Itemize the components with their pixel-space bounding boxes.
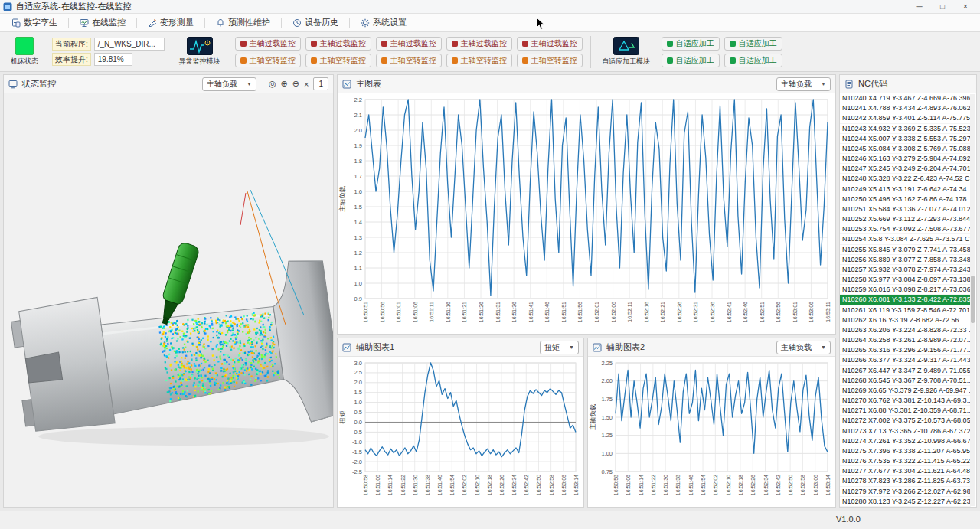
nc-code-line[interactable]: N10251 X5.584 Y-3.136 Z-7.077 A-74.012 — [840, 204, 971, 214]
svg-text:16:52:18: 16:52:18 — [487, 475, 492, 495]
nc-code-line-active[interactable]: N10260 X6.081 Y-3.133 Z-8.422 A-72.835 — [840, 295, 971, 305]
nc-code-line[interactable]: N10247 X5.245 Y-3.249 Z-6.204 A-74.701 — [840, 164, 971, 174]
svg-text:16:52:26: 16:52:26 — [677, 302, 682, 322]
nc-code-line[interactable]: N10262 X6.16 Y-3.19 Z-8.682 A-72.56... — [840, 315, 971, 325]
main-chart-signal-dropdown[interactable]: 主轴负载 ▼ — [776, 77, 831, 91]
svg-text:16:51:30: 16:51:30 — [663, 475, 668, 495]
spindle-overload-monitor-button[interactable]: 主轴过载监控 — [517, 37, 583, 51]
nc-code-line[interactable]: N10259 X6.016 Y-3.098 Z-8.217 A-73.036 — [840, 285, 971, 295]
nc-code-line[interactable]: N10254 X5.8 Y-3.084 Z-7.625 A-73.571 C..… — [840, 234, 971, 244]
efficiency-label: 效率提升: — [52, 53, 91, 66]
window-title: 自适应系统-在线监控-在线监控 — [16, 1, 131, 12]
spindle-overload-monitor-button[interactable]: 主轴过载监控 — [305, 37, 371, 51]
minimize-button[interactable]: ─ — [908, 0, 931, 13]
spindle-idle-monitor-button[interactable]: 主轴空转监控 — [235, 54, 301, 67]
svg-text:-0.5: -0.5 — [352, 429, 362, 436]
nc-code-line[interactable]: N10273 X7.13 Y-3.365 Z-10.786 A-67.372 — [840, 426, 971, 436]
svg-text:16:51:46: 16:51:46 — [437, 475, 443, 495]
nc-code-line[interactable]: N10276 X7.535 Y-3.322 Z-11.415 A-65.22..… — [840, 456, 971, 466]
menu-item-label: 预测性维护 — [228, 17, 270, 28]
svg-text:0.0: 0.0 — [354, 419, 362, 426]
nc-scrollbar-thumb[interactable] — [971, 276, 975, 323]
control-panel: 机床状态 当前程序: /_N_WKS_DIR... 效率提升: 19.81% 异… — [0, 32, 980, 72]
spindle-idle-monitor-button[interactable]: 主轴空转监控 — [376, 54, 442, 67]
nc-code-line[interactable]: N10278 X7.823 Y-3.286 Z-11.825 A-63.73..… — [840, 476, 971, 486]
nc-code-line[interactable]: N10252 X5.669 Y-3.112 Z-7.293 A-73.844 — [840, 214, 971, 224]
svg-text:16:51:06: 16:51:06 — [413, 302, 418, 322]
spindle-idle-monitor-button-label: 主轴空转监控 — [250, 55, 296, 66]
spindle-idle-monitor-button[interactable]: 主轴空转监控 — [446, 54, 512, 67]
nc-code-line[interactable]: N10280 X8.123 Y-3.245 Z-12.227 A-62.23..… — [840, 497, 971, 507]
spindle-idle-monitor-button[interactable]: 主轴空转监控 — [517, 54, 583, 67]
menu-item-predictive-maintenance[interactable]: 预测性维护 — [209, 15, 277, 30]
aux-chart1-signal-dropdown[interactable]: 扭矩 ▼ — [540, 341, 579, 354]
menu-item-online-monitor[interactable]: 在线监控 — [73, 15, 132, 30]
nc-code-line[interactable]: N10272 X7.002 Y-3.375 Z-10.573 A-68.05..… — [840, 416, 971, 426]
nc-code-line[interactable]: N10267 X6.447 Y-3.347 Z-9.489 A-71.055 — [840, 366, 971, 376]
menu-item-digital-twin[interactable]: 数字孪生 — [5, 15, 64, 30]
svg-text:16:53:01: 16:53:01 — [792, 302, 798, 322]
zoom-out-icon[interactable]: ⊖ — [292, 79, 299, 89]
nc-code-line[interactable]: N10279 X7.972 Y-3.266 Z-12.027 A-62.98..… — [840, 487, 971, 497]
nc-code-line[interactable]: N10248 X5.328 Y-3.22 Z-6.423 A-74.52 C..… — [840, 174, 971, 184]
nc-code-line[interactable]: N10249 X5.413 Y-3.191 Z-6.642 A-74.34... — [840, 184, 971, 194]
spindle-overload-monitor-button[interactable]: 主轴过载监控 — [376, 37, 442, 51]
menu-item-system-settings[interactable]: 系统设置 — [354, 15, 413, 30]
menu-item-deformation-measure[interactable]: 变形测量 — [141, 15, 201, 30]
zoom-level-box[interactable]: 1 — [313, 77, 328, 90]
nc-code-line[interactable]: N10243 X4.932 Y-3.369 Z-5.335 A-75.523 — [840, 124, 971, 134]
adaptive-machining-button[interactable]: 自适应加工 — [724, 37, 782, 51]
line-chart-icon — [593, 343, 602, 352]
nc-code-line[interactable]: N10240 X4.719 Y-3.467 Z-4.669 A-76.396 — [840, 93, 971, 103]
nc-code-line[interactable]: N10263 X6.206 Y-3.224 Z-8.828 A-72.33 ..… — [840, 325, 971, 335]
nc-code-line[interactable]: N10277 X7.677 Y-3.304 Z-11.621 A-64.48..… — [840, 466, 971, 476]
nc-code-line[interactable]: N10266 X6.377 Y-3.324 Z-9.317 A-71.443 — [840, 355, 971, 365]
nc-code-line[interactable]: N10269 X6.65 Y-3.379 Z-9.926 A-69.947 ..… — [840, 386, 971, 396]
adaptive-machining-button[interactable]: 自适应加工 — [662, 54, 720, 67]
nc-code-line[interactable]: N10245 X5.084 Y-3.308 Z-5.769 A-75.088 — [840, 144, 971, 154]
nc-code-line[interactable]: N10274 X7.261 Y-3.352 Z-10.998 A-66.67..… — [840, 436, 971, 446]
maximize-button[interactable]: □ — [931, 0, 954, 13]
svg-text:2.25: 2.25 — [601, 360, 612, 367]
menu-item-device-history[interactable]: 设备历史 — [286, 15, 345, 30]
spindle-overload-monitor-button-label: 主轴过载监控 — [250, 38, 296, 49]
adaptive-machining-button[interactable]: 自适应加工 — [662, 37, 720, 51]
nc-code-line[interactable]: N10256 X5.889 Y-3.077 Z-7.858 A-73.348 — [840, 255, 971, 265]
nc-code-line[interactable]: N10261 X6.119 Y-3.159 Z-8.546 A-72.701 — [840, 305, 971, 315]
svg-text:16:51:06: 16:51:06 — [626, 475, 631, 495]
reset-view-icon[interactable]: ◎ — [269, 79, 276, 89]
close-button[interactable]: × — [954, 0, 977, 13]
main-chart-title: 主图表 — [356, 78, 381, 90]
fit-view-icon[interactable]: × — [304, 80, 309, 89]
main-chart-header: 主图表 主轴负载 ▼ — [338, 75, 835, 93]
svg-text:1.50: 1.50 — [601, 414, 612, 421]
svg-text:1.5: 1.5 — [354, 204, 362, 211]
nc-code-line[interactable]: N10275 X7.396 Y-3.338 Z-11.207 A-65.95..… — [840, 446, 971, 456]
nc-code-line[interactable]: N10242 X4.859 Y-3.401 Z-5.114 A-75.775 — [840, 113, 971, 123]
spindle-overload-monitor-button[interactable]: 主轴过载监控 — [446, 37, 512, 51]
spindle-idle-monitor-button[interactable]: 主轴空转监控 — [305, 54, 371, 67]
nc-code-line[interactable]: N10268 X6.545 Y-3.367 Z-9.708 A-70.51... — [840, 376, 971, 386]
nc-code-line[interactable]: N10255 X5.845 Y-3.079 Z-7.741 A-73.458 — [840, 245, 971, 255]
zoom-in-icon[interactable]: ⊕ — [281, 79, 288, 89]
overload-icon — [452, 41, 458, 47]
nc-code-line[interactable]: N10271 X6.88 Y-3.381 Z-10.359 A-68.71... — [840, 406, 971, 416]
viewport-signal-dropdown[interactable]: 主轴负载 ▼ — [202, 77, 256, 91]
spindle-overload-monitor-button[interactable]: 主轴过载监控 — [235, 37, 301, 51]
nc-code-line[interactable]: N10244 X5.007 Y-3.338 Z-5.553 A-75.297 — [840, 134, 971, 144]
3d-viewport[interactable] — [4, 93, 333, 507]
nc-code-line[interactable]: N10253 X5.754 Y-3.092 Z-7.508 A-73.677 — [840, 224, 971, 234]
nc-code-line[interactable]: N10241 X4.788 Y-3.434 Z-4.893 A-76.062 — [840, 103, 971, 113]
adaptive-machining-button[interactable]: 自适应加工 — [724, 54, 782, 67]
nc-code-line[interactable]: N10264 X6.258 Y-3.261 Z-8.989 A-72.07... — [840, 335, 971, 345]
adaptive-icon — [730, 57, 736, 64]
nc-code-line[interactable]: N10270 X6.762 Y-3.381 Z-10.143 A-69.3... — [840, 396, 971, 406]
nc-code-line[interactable]: N10265 X6.316 Y-3.296 Z-9.156 A-71.77... — [840, 345, 971, 355]
nc-code-line[interactable]: N10250 X5.498 Y-3.162 Z-6.86 A-74.178 ..… — [840, 194, 971, 204]
nc-scrollbar[interactable] — [970, 94, 975, 506]
nc-code-line[interactable]: N10246 X5.163 Y-3.279 Z-5.984 A-74.892 — [840, 154, 971, 164]
toolbar-separator — [204, 18, 205, 28]
nc-code-line[interactable]: N10258 X5.977 Y-3.084 Z-8.097 A-73.138 — [840, 275, 971, 285]
nc-code-line[interactable]: N10257 X5.932 Y-3.078 Z-7.974 A-73.243 — [840, 265, 971, 275]
aux-chart2-signal-dropdown[interactable]: 主轴负载 ▼ — [776, 341, 831, 354]
